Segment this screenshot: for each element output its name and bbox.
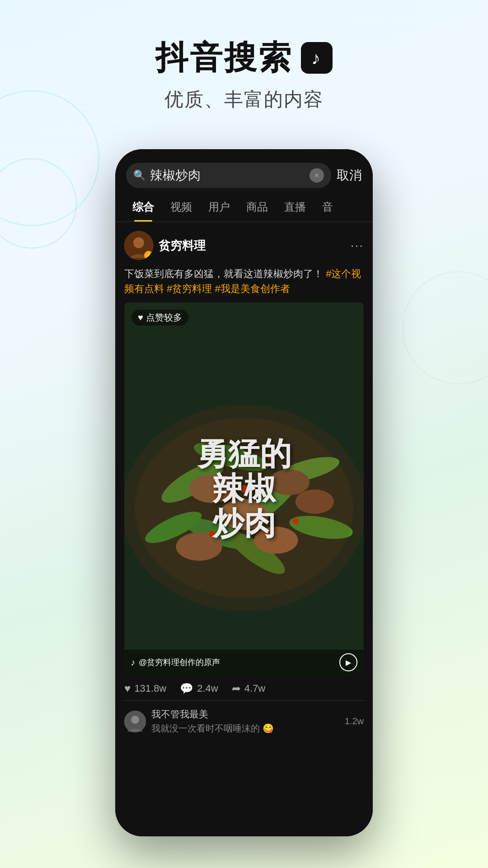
comment-content: 我不管我最美 我就没一次看时不咽唾沫的 😋 — [151, 708, 274, 735]
audio-info: ♪ @贫穷料理创作的原声 — [131, 657, 220, 668]
svg-point-24 — [131, 716, 139, 724]
search-icon: 🔍 — [133, 170, 145, 181]
heart-icon: ♥ — [124, 682, 131, 695]
post-text: 下饭菜到底有多凶猛，就看这道辣椒炒肉了！ #这个视频有点料 #贫穷料理 #我是美… — [124, 266, 364, 296]
svg-point-22 — [135, 418, 353, 598]
search-bar-container: 🔍 辣椒炒肉 × 取消 — [115, 149, 373, 193]
user-row: ✓ 贫穷料理 ··· — [124, 231, 364, 260]
phone-screen: 🔍 辣椒炒肉 × 取消 综合 视频 用户 商品 直播 — [115, 149, 373, 836]
tab-label: 音 — [322, 201, 333, 213]
tab-视频[interactable]: 视频 — [162, 193, 200, 222]
comment-icon: 💬 — [180, 682, 193, 695]
video-thumbnail[interactable]: ♥ 点赞较多 勇猛的辣椒炒肉 ♪ @贫穷料理创作的原声 ▶ — [124, 302, 364, 675]
stats-row: ♥ 131.8w 💬 2.4w ➦ 4.7w — [124, 675, 364, 701]
commenter-name[interactable]: 我不管我最美 — [151, 709, 208, 719]
search-cancel-button[interactable]: 取消 — [337, 167, 362, 184]
app-title-row: 抖音搜索 ♪ — [0, 36, 488, 80]
bg-decoration-circle-3 — [402, 271, 488, 384]
likes-badge-text: 点赞较多 — [146, 311, 182, 324]
likes-stat[interactable]: ♥ 131.8w — [124, 682, 166, 695]
tab-音[interactable]: 音 — [314, 193, 341, 222]
user-info: ✓ 贫穷料理 — [124, 231, 206, 260]
tab-商品[interactable]: 商品 — [238, 193, 276, 222]
post-main-text: 下饭菜到底有多凶猛，就看这道辣椒炒肉了！ — [124, 268, 323, 279]
comment-preview-row: 我不管我最美 我就没一次看时不咽唾沫的 😋 1.2w — [124, 701, 364, 736]
food-svg — [124, 302, 364, 675]
phone-mockup: 🔍 辣椒炒肉 × 取消 综合 视频 用户 商品 直播 — [115, 149, 373, 836]
search-clear-button[interactable]: × — [310, 168, 324, 183]
header: 抖音搜索 ♪ 优质、丰富的内容 — [0, 0, 488, 130]
food-image — [124, 302, 364, 675]
close-icon: × — [314, 171, 319, 180]
share-icon: ➦ — [232, 682, 241, 695]
comment-count: 1.2w — [345, 716, 364, 726]
app-title: 抖音搜索 — [155, 36, 293, 80]
shares-stat[interactable]: ➦ 4.7w — [232, 682, 265, 695]
avatar[interactable]: ✓ — [124, 231, 153, 260]
likes-count: 131.8w — [134, 683, 166, 694]
tiktok-logo: ♪ — [301, 42, 333, 74]
tab-用户[interactable]: 用户 — [200, 193, 238, 222]
comments-stat[interactable]: 💬 2.4w — [180, 682, 218, 695]
tab-label: 视频 — [170, 201, 192, 213]
svg-point-1 — [133, 237, 144, 248]
tabs-bar: 综合 视频 用户 商品 直播 音 — [115, 193, 373, 222]
verified-badge: ✓ — [144, 251, 153, 260]
comments-count: 2.4w — [197, 683, 218, 694]
tab-label: 直播 — [284, 201, 306, 213]
heart-mini-icon: ♥ — [138, 312, 143, 323]
content-area: ✓ 贫穷料理 ··· 下饭菜到底有多凶猛，就看这道辣椒炒肉了！ #这个视频有点料… — [115, 222, 373, 745]
commenter-avatar — [124, 711, 146, 732]
more-options-button[interactable]: ··· — [351, 238, 364, 253]
play-icon: ▶ — [346, 658, 351, 667]
commenter-avatar-image — [124, 711, 146, 732]
tab-直播[interactable]: 直播 — [276, 193, 314, 222]
search-input-box[interactable]: 🔍 辣椒炒肉 × — [126, 163, 331, 188]
audio-label: @贫穷料理创作的原声 — [139, 657, 220, 668]
tab-label: 商品 — [246, 201, 268, 213]
play-button[interactable]: ▶ — [339, 653, 357, 671]
tiktok-mini-icon: ♪ — [131, 657, 135, 668]
tab-label: 用户 — [208, 201, 230, 213]
shares-count: 4.7w — [244, 683, 265, 694]
user-name[interactable]: 贫穷料理 — [159, 238, 206, 254]
tiktok-logo-icon: ♪ — [311, 48, 322, 68]
likes-badge: ♥ 点赞较多 — [131, 310, 188, 326]
tab-label: 综合 — [132, 201, 154, 213]
audio-bar: ♪ @贫穷料理创作的原声 ▶ — [124, 650, 364, 675]
tab-综合[interactable]: 综合 — [124, 193, 162, 222]
app-subtitle: 优质、丰富的内容 — [0, 87, 488, 112]
search-query-text: 辣椒炒肉 — [150, 167, 305, 184]
comment-text: 我就没一次看时不咽唾沫的 😋 — [151, 723, 274, 733]
